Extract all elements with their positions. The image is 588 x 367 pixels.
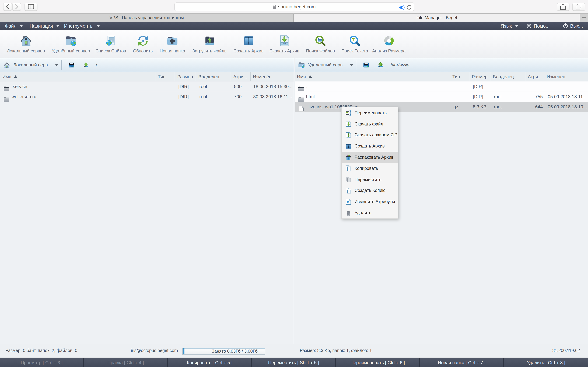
svg-text:ZIP: ZIP (283, 43, 286, 45)
svg-text:T: T (352, 37, 355, 42)
svg-text:755: 755 (347, 201, 349, 203)
